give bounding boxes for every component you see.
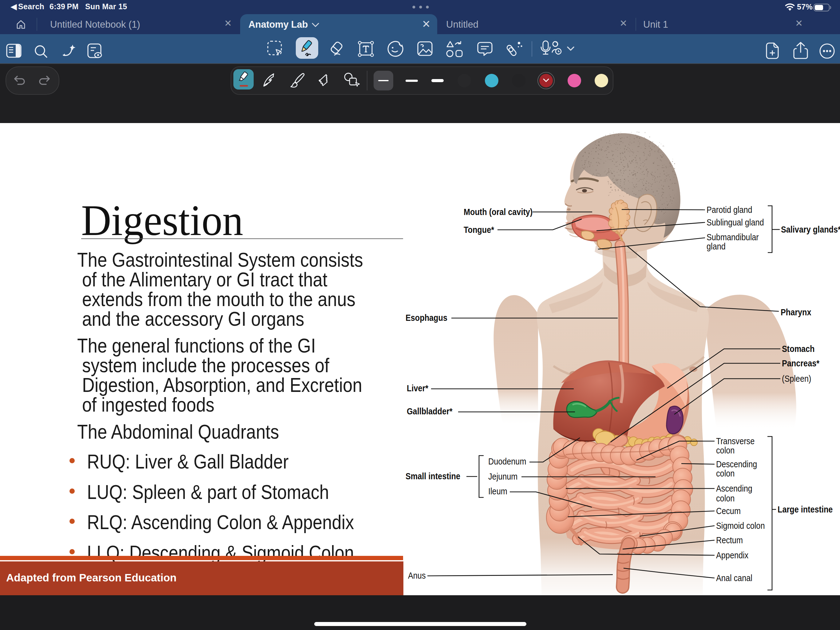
svg-text:Anus: Anus xyxy=(408,570,426,581)
svg-text:Ascending: Ascending xyxy=(716,483,752,494)
svg-text:Pharynx: Pharynx xyxy=(781,307,812,317)
svg-text:colon: colon xyxy=(716,493,734,503)
svg-text:Descending: Descending xyxy=(716,459,757,469)
svg-text:Ileum: Ileum xyxy=(488,486,507,496)
svg-text:Gallbladder*: Gallbladder* xyxy=(407,406,453,416)
svg-text:Sublingual gland: Sublingual gland xyxy=(707,217,764,227)
svg-text:Duodenum: Duodenum xyxy=(488,456,526,466)
svg-text:Appendix: Appendix xyxy=(716,550,749,560)
svg-text:Cecum: Cecum xyxy=(716,506,741,516)
svg-text:Pancreas*: Pancreas* xyxy=(782,358,819,368)
svg-text:Tongue*: Tongue* xyxy=(464,225,494,235)
svg-text:colon: colon xyxy=(716,445,734,455)
svg-text:Mouth (oral cavity): Mouth (oral cavity) xyxy=(464,207,532,217)
svg-text:Small intestine: Small intestine xyxy=(406,471,460,481)
svg-text:(Spleen): (Spleen) xyxy=(782,374,811,384)
svg-text:Liver*: Liver* xyxy=(407,383,428,393)
svg-text:colon: colon xyxy=(716,468,734,478)
svg-text:Salivary glands*: Salivary glands* xyxy=(781,224,840,234)
svg-text:Jejunum: Jejunum xyxy=(488,471,518,481)
svg-text:Stomach: Stomach xyxy=(782,343,815,354)
svg-text:gland: gland xyxy=(707,241,726,251)
svg-text:Submandibular: Submandibular xyxy=(707,232,759,242)
svg-text:Rectum: Rectum xyxy=(716,535,743,545)
svg-text:Parotid gland: Parotid gland xyxy=(707,204,752,215)
svg-text:Esophagus: Esophagus xyxy=(406,313,447,323)
svg-text:Transverse: Transverse xyxy=(716,436,755,446)
svg-text:Anal canal: Anal canal xyxy=(716,573,752,583)
svg-text:Sigmoid colon: Sigmoid colon xyxy=(716,521,765,531)
svg-text:Large intestine: Large intestine xyxy=(778,504,833,514)
